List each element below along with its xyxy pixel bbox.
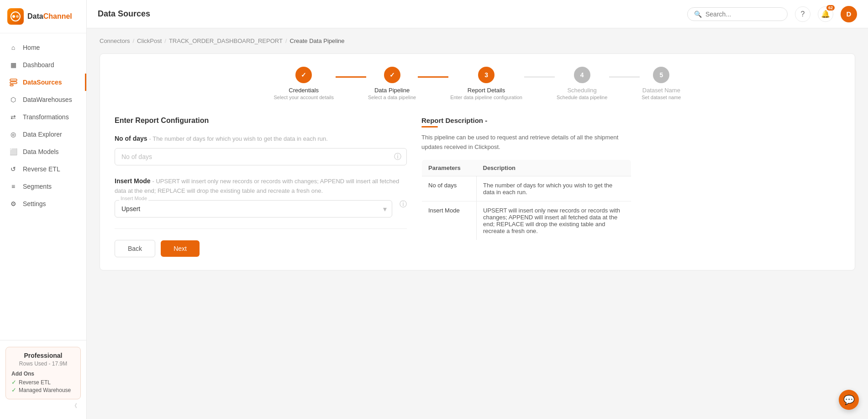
settings-icon: ⚙ (9, 200, 17, 208)
next-button[interactable]: Next (161, 240, 200, 257)
breadcrumb-sep: / (164, 37, 166, 44)
rows-used: Rows Used - 17.9M (11, 361, 75, 367)
stepper: ✓ Credentials Select your account detail… (115, 67, 840, 100)
user-avatar[interactable]: D (841, 6, 857, 22)
sidebar-item-label: Data Models (23, 148, 59, 155)
param-description: UPSERT will insert only new records or r… (477, 201, 631, 240)
sidebar-item-reverse-etl[interactable]: ↺ Reverse ETL (0, 160, 86, 178)
back-button[interactable]: Back (115, 240, 155, 257)
datasources-icon (9, 78, 17, 86)
sidebar-item-label: Home (23, 44, 40, 51)
sidebar-item-label: Dashboard (23, 61, 54, 69)
sidebar: DataChannel ⌂ Home ▦ Dashboard DataSourc… (0, 0, 87, 419)
step-circle-credentials: ✓ (295, 67, 312, 83)
home-icon: ⌂ (9, 43, 17, 52)
step-credentials: ✓ Credentials Select your account detail… (272, 67, 336, 100)
sidebar-item-dashboard[interactable]: ▦ Dashboard (0, 56, 86, 74)
nav-items: ⌂ Home ▦ Dashboard DataSources ⬡ DataWar… (0, 33, 86, 340)
svg-rect-5 (10, 85, 13, 86)
sidebar-item-datasources[interactable]: DataSources (0, 74, 86, 91)
plan-name: Professional (11, 352, 75, 359)
help-icon: ? (801, 10, 805, 18)
breadcrumb-current: Create Data Pipeline (290, 37, 345, 44)
sidebar-item-data-models[interactable]: ⬜ Data Models (0, 143, 86, 160)
sidebar-item-data-explorer[interactable]: ◎ Data Explorer (0, 126, 86, 143)
step-label-data-pipeline: Data Pipeline Select a data pipeline (366, 87, 418, 100)
step-label-credentials: Credentials Select your account details (272, 87, 336, 100)
step-connector-2 (418, 76, 448, 78)
transform-icon: ⇄ (9, 113, 17, 121)
collapse-button[interactable]: 《 (5, 399, 81, 413)
step-label-report-details: Report Details Enter data pipeline confi… (448, 87, 524, 100)
logo-text: DataChannel (27, 12, 72, 21)
chat-icon: 💬 (843, 394, 855, 405)
sidebar-item-datawarehouses[interactable]: ⬡ DataWarehouses (0, 91, 86, 108)
addon-check-icon: ✓ (11, 387, 16, 393)
page-title: Data Sources (98, 9, 150, 19)
step-connector-1 (336, 76, 366, 78)
svg-point-1 (12, 15, 15, 18)
step-report-details: 3 Report Details Enter data pipeline con… (448, 67, 524, 100)
step-label-scheduling: Scheduling Schedule data pipeline (555, 87, 609, 100)
breadcrumb-clickpost[interactable]: ClickPost (137, 37, 162, 44)
sidebar-item-settings[interactable]: ⚙ Settings (0, 195, 86, 212)
step-circle-report-details: 3 (478, 67, 494, 83)
breadcrumb-report[interactable]: TRACK_ORDER_DASHBOARD_REPORT (169, 37, 283, 44)
breadcrumb: Connectors / ClickPost / TRACK_ORDER_DAS… (100, 37, 855, 44)
page-body: Connectors / ClickPost / TRACK_ORDER_DAS… (87, 28, 868, 419)
notifications-button[interactable]: 🔔 62 (818, 6, 833, 22)
report-desc-title: Report Description - (421, 117, 631, 124)
plan-badge: Professional Rows Used - 17.9M Add Ons ✓… (5, 347, 81, 399)
chat-bubble[interactable]: 💬 (839, 390, 859, 410)
step-label-dataset-name: Dataset Name Set dataset name (640, 87, 683, 100)
step-data-pipeline: ✓ Data Pipeline Select a data pipeline (366, 67, 418, 100)
search-input[interactable] (705, 11, 781, 18)
field-group-no-of-days: No of days - The number of days for whic… (115, 134, 407, 165)
main-content: Data Sources 🔍 ? 🔔 62 D Connectors / Cli… (87, 0, 868, 419)
breadcrumb-sep: / (285, 37, 287, 44)
report-desc-accent (421, 126, 438, 127)
params-table: Parameters Description No of days The nu… (421, 159, 631, 240)
sidebar-item-label: Settings (23, 200, 46, 207)
action-buttons: Back Next (115, 240, 407, 257)
insert-mode-select-wrapper: Insert Mode Upsert Append Replace ▾ (115, 200, 392, 217)
insert-mode-select[interactable]: Upsert Append Replace (115, 200, 392, 217)
topbar-right: 🔍 ? 🔔 62 D (687, 6, 857, 22)
no-of-days-field-wrapper: ⓘ (115, 148, 407, 165)
params-table-header: Parameters Description (422, 159, 631, 176)
step-connector-3 (524, 76, 555, 78)
param-name: No of days (422, 176, 477, 201)
insert-mode-floating-label: Insert Mode (119, 196, 148, 201)
models-icon: ⬜ (9, 148, 17, 156)
warehouse-icon: ⬡ (9, 95, 17, 104)
logo-icon (7, 8, 24, 25)
addons-title: Add Ons (11, 371, 75, 377)
no-of-days-info-icon[interactable]: ⓘ (394, 152, 401, 162)
segments-icon: ≡ (9, 182, 17, 191)
step-scheduling: 4 Scheduling Schedule data pipeline (555, 67, 609, 100)
addon-label: Managed Warehouse (19, 387, 71, 393)
field-group-insert-mode: Insert Mode - UPSERT will insert only ne… (115, 176, 407, 217)
step-circle-scheduling: 4 (574, 67, 590, 83)
sidebar-item-segments[interactable]: ≡ Segments (0, 178, 86, 195)
svg-point-2 (16, 15, 19, 18)
addon-label: Reverse ETL (19, 379, 51, 386)
report-desc-text: This pipeline can be used to request and… (421, 133, 631, 152)
explorer-icon: ◎ (9, 130, 17, 138)
breadcrumb-connectors[interactable]: Connectors (100, 37, 130, 44)
svg-rect-3 (10, 79, 17, 81)
table-row: No of days The number of days for which … (422, 176, 631, 201)
sidebar-item-label: Data Explorer (23, 131, 62, 138)
sidebar-logo: DataChannel (0, 0, 86, 33)
sidebar-item-home[interactable]: ⌂ Home (0, 39, 86, 56)
insert-mode-info-icon[interactable]: ⓘ (400, 199, 407, 209)
dashboard-icon: ▦ (9, 61, 17, 69)
etl-icon: ↺ (9, 165, 17, 173)
help-button[interactable]: ? (795, 6, 810, 22)
description-col-header: Description (477, 159, 631, 176)
sidebar-item-transformations[interactable]: ⇄ Transformations (0, 108, 86, 126)
addon-check-icon: ✓ (11, 379, 16, 386)
search-box[interactable]: 🔍 (687, 7, 788, 21)
no-of-days-input[interactable] (115, 148, 407, 165)
sidebar-item-label: Transformations (23, 113, 69, 121)
